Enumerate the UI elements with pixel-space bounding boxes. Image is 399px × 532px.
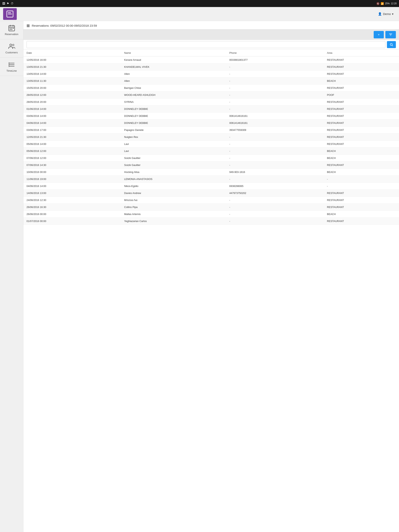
- cell-date: 28/05/2016 20:00: [23, 99, 121, 106]
- svg-rect-11: [11, 29, 12, 30]
- sidebar-item-reservation[interactable]: Reservation: [0, 21, 23, 39]
- table-container[interactable]: Date Name Phone Area 12/05/2016 16:00Ker…: [23, 50, 399, 532]
- user-menu-button[interactable]: 👤 Demo ▾: [376, 11, 396, 17]
- table-row[interactable]: 26/06/2016 16:30Collins Pipa-RESTAURANT: [23, 204, 399, 211]
- svg-line-19: [392, 45, 393, 46]
- cell-date: 05/06/2016 12:00: [23, 148, 121, 155]
- wifi-icon: 📶: [381, 2, 384, 5]
- table-body: 12/05/2016 16:00Kerane Arnaud00336618013…: [23, 57, 399, 225]
- cell-phone: -: [226, 70, 324, 77]
- cell-area: RESTAURANT: [324, 63, 399, 70]
- filter-button[interactable]: [385, 31, 396, 38]
- mute-icon: 🔇: [376, 2, 380, 5]
- cell-phone: -: [226, 204, 324, 211]
- cell-area: RESTAURANT: [324, 204, 399, 211]
- svg-point-13: [13, 44, 14, 46]
- cell-name: SYRINA: [121, 99, 226, 106]
- cell-date: 26/06/2016 16:30: [23, 204, 121, 211]
- cell-area: -: [324, 176, 399, 183]
- table-row[interactable]: 07/06/2016 14:30Soizik Gaultier-RESTAURA…: [23, 162, 399, 169]
- cell-name: Μπελλα Λια: [121, 197, 226, 204]
- user-icon: 👤: [378, 12, 382, 16]
- cell-date: 13/05/2016 21:30: [23, 63, 121, 70]
- cell-name: Davies Andrew: [121, 190, 226, 197]
- cell-name: Collins Pipa: [121, 204, 226, 211]
- svg-rect-8: [11, 28, 12, 29]
- sidebar-item-customers-label: Customers: [6, 51, 18, 54]
- table-row[interactable]: 28/05/2016 20:00SYRINA-RESTAURANT: [23, 99, 399, 106]
- table-row[interactable]: 11/06/2016 19:00LEMONIA-ANASTASIOS--: [23, 176, 399, 183]
- search-bar: [23, 40, 399, 50]
- table-row[interactable]: 12/05/2016 16:00Kerane Arnaud00336618013…: [23, 57, 399, 63]
- cell-date: 03/06/2016 14:00: [23, 113, 121, 120]
- cell-name: DONNELEY DEBBIE: [121, 120, 226, 127]
- cell-phone: -: [226, 106, 324, 113]
- svg-rect-9: [13, 28, 14, 29]
- cell-date: 04/06/2016 14:00: [23, 120, 121, 127]
- cell-phone: -: [226, 148, 324, 155]
- table-row[interactable]: 15/05/2016 20:00Barrigan Chloe-RESTAURAN…: [23, 84, 399, 92]
- photo-icon: 🖼: [2, 2, 5, 5]
- cell-area: BEACH: [324, 211, 399, 218]
- cell-date: 04/06/2016 14:00: [23, 183, 121, 190]
- table-row[interactable]: 24/06/2016 12:30Μπελλα Λια-RESTAURANT: [23, 197, 399, 204]
- calendar-icon: [8, 25, 15, 32]
- cell-phone: 447973750202: [226, 190, 324, 197]
- table-row[interactable]: 01/07/2016 00:00Yeghiazarian Carlos-REST…: [23, 218, 399, 225]
- table-row[interactable]: 26/06/2016 00:00Mallas Artemis-BEACH: [23, 211, 399, 218]
- page-header: ▦ Reservations :09/02/2012 00:00-09/02/2…: [23, 21, 399, 29]
- table-row[interactable]: 07/06/2016 12:00Soizik Gaultier-BEACH: [23, 155, 399, 162]
- search-icon: [390, 43, 393, 46]
- column-header-area: Area: [324, 50, 399, 57]
- battery-level: 25%: [385, 2, 390, 5]
- cell-name: Barrigan Chloe: [121, 84, 226, 92]
- timeline-icon: [8, 61, 15, 68]
- add-button[interactable]: +: [374, 31, 384, 38]
- column-header-name: Name: [121, 50, 226, 57]
- table-row[interactable]: 05/06/2016 14:00Lavi-RESTAURANT: [23, 141, 399, 148]
- cell-area: RESTAURANT: [324, 218, 399, 225]
- cell-name: Nikos-Egidio: [121, 183, 226, 190]
- cell-date: 26/06/2016 00:00: [23, 211, 121, 218]
- cell-area: RESTAURANT: [324, 70, 399, 77]
- table-row[interactable]: 03/06/2016 14:00DONNELEY DEBBIE006141461…: [23, 113, 399, 120]
- cell-phone: 6938288065: [226, 183, 324, 190]
- cell-name: Mallas Artemis: [121, 211, 226, 218]
- sidebar-item-timeline-label: TimeLine: [6, 69, 17, 72]
- cell-name: LEMONIA-ANASTASIOS: [121, 176, 226, 183]
- table-row[interactable]: 28/05/2016 12:00WOOD-HEARD ASHLEIGH-POOF: [23, 92, 399, 99]
- table-row[interactable]: 04/06/2016 14:00Nikos-Egidio6938288065-: [23, 183, 399, 190]
- cell-phone: 0061414616161: [226, 113, 324, 120]
- time-display: 12:20: [391, 2, 397, 5]
- table-row[interactable]: 12/05/2016 21:30Nuigten Rex-RESTAURANT: [23, 133, 399, 141]
- cell-name: Lavi: [121, 141, 226, 148]
- sidebar-item-timeline[interactable]: TimeLine: [0, 58, 23, 76]
- cell-date: 28/05/2016 12:00: [23, 92, 121, 99]
- sidebar-item-customers[interactable]: Customers: [0, 39, 23, 58]
- status-bar: 🖼 ⚑ ⏱ 🔇 📶 25% 12:20: [0, 0, 399, 7]
- table-row[interactable]: 13/05/2016 11:30Allen-BEACH: [23, 77, 399, 84]
- cell-date: 15/05/2016 20:00: [23, 84, 121, 92]
- table-row[interactable]: 05/06/2016 12:00Lavi-BEACH: [23, 148, 399, 155]
- cell-phone: 949-903-1616: [226, 169, 324, 176]
- table-row[interactable]: 13/05/2016 21:30KHANDELWAL VIVEK-RESTAUR…: [23, 63, 399, 70]
- app-logo: [3, 8, 17, 20]
- cell-phone: -: [226, 133, 324, 141]
- cell-area: RESTAURANT: [324, 57, 399, 63]
- table-row[interactable]: 13/05/2016 14:00Allen-RESTAURANT: [23, 70, 399, 77]
- table-row[interactable]: 14/06/2016 13:00Davies Andrew44797375020…: [23, 190, 399, 197]
- table-row[interactable]: 10/06/2016 00:00Hocking Alisa949-903-161…: [23, 169, 399, 176]
- cell-area: RESTAURANT: [324, 190, 399, 197]
- cell-phone: -: [226, 162, 324, 169]
- cell-area: RESTAURANT: [324, 106, 399, 113]
- cell-date: 07/06/2016 14:30: [23, 162, 121, 169]
- search-button[interactable]: [387, 41, 396, 48]
- cell-area: RESTAURANT: [324, 127, 399, 133]
- table-row[interactable]: 03/06/2016 17:00Papagno Daniele393477559…: [23, 127, 399, 133]
- cell-date: 07/06/2016 12:00: [23, 155, 121, 162]
- cell-name: WOOD-HEARD ASHLEIGH: [121, 92, 226, 99]
- search-input[interactable]: [26, 41, 385, 48]
- table-row[interactable]: 01/06/2016 14:00DONNELEY DEBBIE-RESTAURA…: [23, 106, 399, 113]
- svg-point-12: [10, 44, 12, 46]
- table-row[interactable]: 04/06/2016 14:00DONNELEY DEBBIE006141461…: [23, 120, 399, 127]
